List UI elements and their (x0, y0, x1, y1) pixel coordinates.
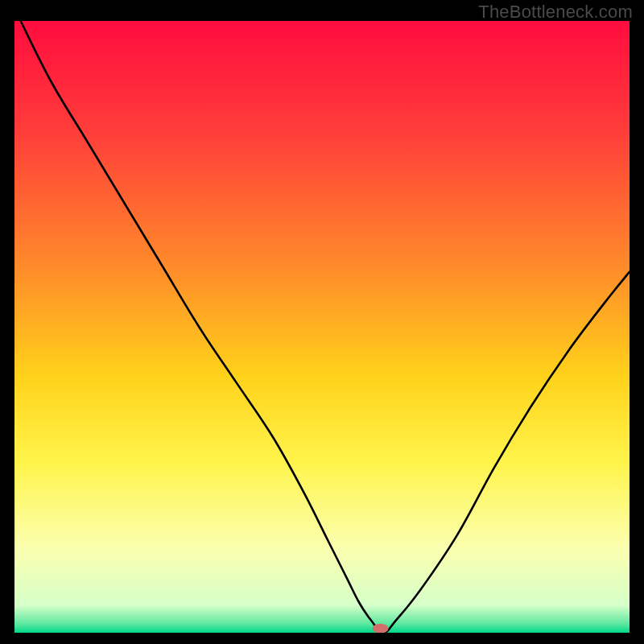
plot-area (14, 21, 630, 633)
chart-frame: TheBottleneck.com (0, 0, 644, 644)
watermark-text: TheBottleneck.com (478, 2, 633, 23)
bottleneck-chart (14, 21, 630, 633)
gradient-background (14, 21, 630, 633)
